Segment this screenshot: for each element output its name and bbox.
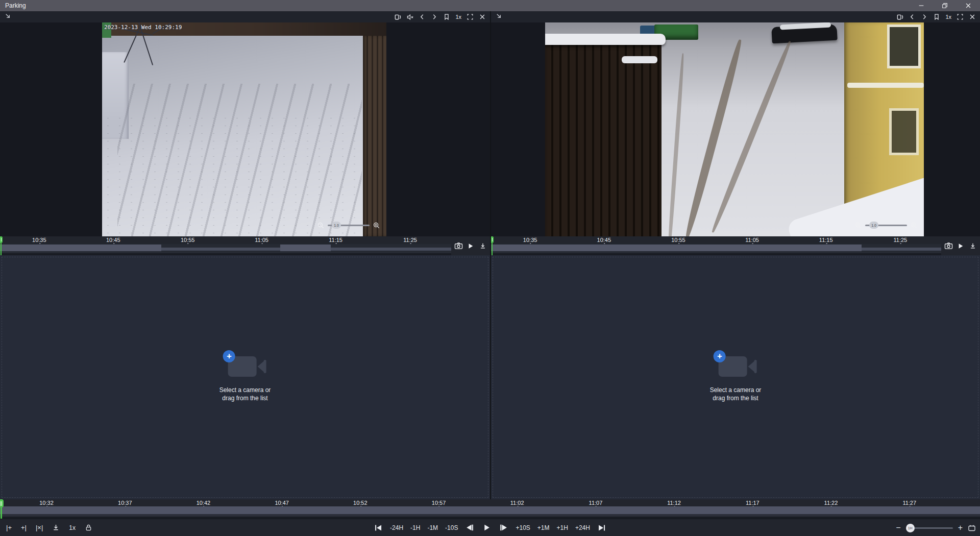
- fullscreen-icon[interactable]: [955, 12, 965, 21]
- empty-slot-2[interactable]: + Select a camera or drag from the list: [491, 255, 980, 499]
- range-start-button[interactable]: |+: [6, 524, 12, 531]
- previous-icon[interactable]: [418, 12, 427, 21]
- zoom-slider-knob[interactable]: 1.0: [869, 222, 878, 229]
- camera-2-video[interactable]: 1.0: [545, 22, 924, 236]
- right-fence: [363, 36, 386, 236]
- minimize-button[interactable]: [910, 0, 933, 11]
- empty-slot-text-line1: Select a camera or: [219, 386, 271, 394]
- camera-panel-1[interactable]: 1x 2023-12-13 W: [0, 11, 490, 255]
- range-end-button[interactable]: +|: [21, 524, 27, 531]
- time-tick: 10:42: [197, 500, 211, 506]
- download-icon[interactable]: [968, 241, 978, 251]
- playhead[interactable]: [491, 236, 495, 255]
- master-timeline: 10:32 10:37 10:42 10:47 10:52 10:57 11:0…: [0, 499, 980, 519]
- time-tick: 10:55: [181, 237, 195, 243]
- time-tick: 10:32: [39, 500, 54, 506]
- panel-toolbar: 1x: [393, 12, 490, 21]
- zoom-slider[interactable]: 1.0: [865, 225, 907, 226]
- snapshot-icon[interactable]: [943, 241, 953, 251]
- zoom-out-icon[interactable]: [317, 222, 325, 229]
- jump-back-1m-button[interactable]: -1M: [427, 524, 438, 531]
- step-forward-button[interactable]: [499, 523, 508, 532]
- fullscreen-icon[interactable]: [465, 12, 475, 21]
- speed-button[interactable]: 1x: [454, 12, 462, 21]
- transport-bar: |+ +| |×| 1x -24H -1H -1M -10S +10S +1M …: [0, 519, 980, 536]
- time-tick: 11:25: [893, 237, 907, 243]
- playback-speed-button[interactable]: 1x: [69, 524, 76, 531]
- zoom-slider[interactable]: 1.0: [328, 225, 370, 226]
- close-panel-icon[interactable]: [478, 12, 487, 21]
- timeline-zoom-out-button[interactable]: −: [896, 524, 900, 532]
- video-area: 1.0: [491, 22, 980, 236]
- playhead[interactable]: [0, 236, 4, 255]
- master-playhead[interactable]: [0, 499, 4, 519]
- time-tick: 10:45: [597, 237, 611, 243]
- timeline-labels: 10:35 10:45 10:55 11:05 11:15 11:25: [0, 236, 490, 244]
- building-window: [887, 25, 921, 68]
- jump-fwd-24h-button[interactable]: +24H: [575, 524, 590, 531]
- wooden-sheds: [545, 41, 662, 236]
- timeline-scale-knob[interactable]: 1H: [906, 524, 915, 532]
- timeline-bar[interactable]: [0, 244, 490, 253]
- export-download-icon[interactable]: [52, 524, 60, 531]
- camera-placeholder-icon[interactable]: +: [223, 350, 267, 380]
- timeline-labels: 10:35 10:45 10:55 11:05 11:15 11:25: [491, 236, 980, 244]
- jump-fwd-10s-button[interactable]: +10S: [516, 524, 530, 531]
- master-timeline-bar[interactable]: [0, 506, 980, 517]
- next-icon[interactable]: [430, 12, 439, 21]
- jump-fwd-1h-button[interactable]: +1H: [557, 524, 568, 531]
- time-tick: 10:37: [118, 500, 132, 506]
- aspect-ratio-icon[interactable]: [393, 12, 402, 21]
- empty-slot-1[interactable]: + Select a camera or drag from the list: [0, 255, 490, 499]
- zoom-in-icon[interactable]: [373, 222, 380, 229]
- play-button[interactable]: [482, 523, 492, 532]
- time-tick: 11:15: [819, 237, 833, 243]
- bookmark-icon[interactable]: [932, 12, 941, 21]
- camera-1-video[interactable]: 2023-12-13 Wed 10:29:19 1.0: [102, 22, 386, 236]
- next-icon[interactable]: [920, 12, 929, 21]
- time-tick: 11:27: [902, 500, 916, 506]
- camera-panel-2[interactable]: 1x: [491, 11, 980, 255]
- jump-back-1h-button[interactable]: -1H: [410, 524, 420, 531]
- jump-back-10s-button[interactable]: -10S: [445, 524, 458, 531]
- recording-segment: [161, 248, 280, 251]
- lock-icon[interactable]: [85, 524, 92, 531]
- play-icon[interactable]: [465, 241, 476, 251]
- zoom-out-icon[interactable]: [854, 222, 862, 229]
- step-back-button[interactable]: [465, 523, 475, 532]
- skip-to-end-button[interactable]: [597, 524, 606, 532]
- time-tick: 11:17: [746, 500, 760, 506]
- restore-button[interactable]: [933, 0, 957, 11]
- clear-range-button[interactable]: |×|: [36, 524, 43, 531]
- snapshot-icon[interactable]: [453, 241, 463, 251]
- close-panel-icon[interactable]: [968, 12, 977, 21]
- empty-slot-message: + Select a camera or drag from the list: [710, 350, 762, 402]
- zoom-in-icon[interactable]: [910, 222, 918, 229]
- recording-segment: [331, 248, 452, 251]
- time-tick: 11:15: [329, 237, 342, 243]
- close-button[interactable]: [957, 0, 980, 11]
- time-tick: 11:05: [745, 237, 759, 243]
- zoom-slider-knob[interactable]: 1.0: [332, 222, 341, 229]
- timeline-scale-slider[interactable]: 1H: [906, 524, 953, 532]
- camera-grid: 1x 2023-12-13 W: [0, 11, 980, 499]
- mute-icon[interactable]: [405, 12, 414, 21]
- timeline-zoom-in-button[interactable]: +: [958, 524, 963, 532]
- bookmark-icon[interactable]: [442, 12, 451, 21]
- aspect-ratio-icon[interactable]: [895, 12, 904, 21]
- calendar-icon[interactable]: [968, 524, 976, 532]
- resize-arrow-icon[interactable]: [495, 12, 503, 22]
- download-icon[interactable]: [478, 241, 488, 251]
- empty-slot-message: + Select a camera or drag from the list: [219, 350, 271, 402]
- speed-button[interactable]: 1x: [944, 12, 952, 21]
- jump-fwd-1m-button[interactable]: +1M: [537, 524, 550, 531]
- previous-icon[interactable]: [908, 12, 917, 21]
- resize-arrow-icon[interactable]: [4, 12, 12, 22]
- building-window: [889, 108, 919, 155]
- play-icon[interactable]: [955, 241, 966, 251]
- camera-placeholder-icon[interactable]: +: [714, 350, 757, 380]
- skip-to-start-button[interactable]: [374, 524, 383, 532]
- timeline-bar[interactable]: [491, 244, 980, 253]
- time-tick: 11:22: [824, 500, 838, 506]
- jump-back-24h-button[interactable]: -24H: [390, 524, 403, 531]
